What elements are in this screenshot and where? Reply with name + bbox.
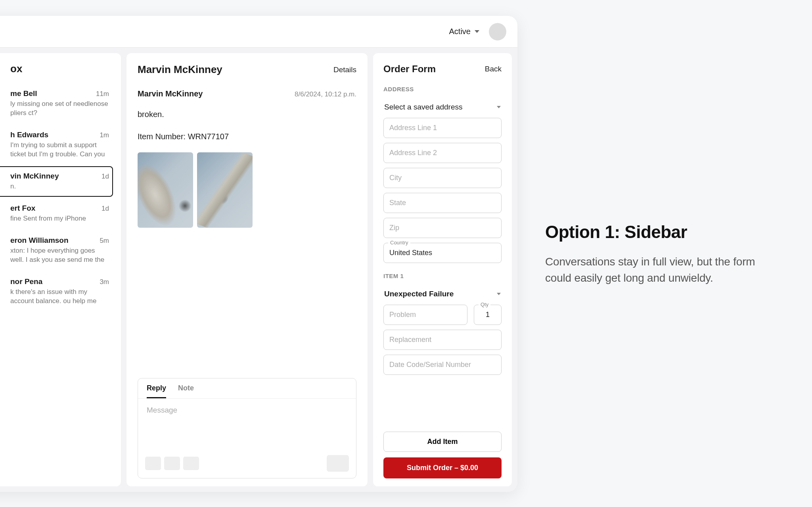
composer-tool-icon[interactable]: [164, 457, 180, 470]
details-link[interactable]: Details: [333, 65, 356, 74]
send-button[interactable]: [327, 455, 349, 472]
inbox-item-time: 1d: [102, 205, 109, 213]
inbox-item-name: ert Fox: [10, 204, 35, 213]
qty-input[interactable]: [474, 305, 502, 325]
order-form-title: Order Form: [383, 63, 436, 75]
inbox-item[interactable]: nor Pena3mk there's an issue with my acc…: [0, 272, 113, 311]
inbox-item-name: me Bell: [10, 89, 37, 98]
composer-tool-icon[interactable]: [183, 457, 199, 470]
annotation-title: Option 1: Sidebar: [545, 222, 767, 242]
conversation-title: Marvin McKinney: [138, 63, 222, 76]
inbox-item-time: 11m: [96, 90, 109, 98]
inbox-item-preview: n.: [10, 182, 109, 191]
caret-down-icon: [497, 106, 501, 108]
avatar[interactable]: [489, 23, 506, 40]
message-body: broken. Item Number: WRN77107: [138, 108, 356, 228]
status-dropdown[interactable]: Active: [449, 27, 479, 36]
inbox-item[interactable]: h Edwards1mI'm trying to submit a suppor…: [0, 125, 113, 165]
datecode-input[interactable]: [383, 355, 502, 375]
inbox-item-name: vin McKinney: [10, 172, 59, 181]
saved-address-select[interactable]: Select a saved address: [383, 99, 502, 118]
tab-note[interactable]: Note: [178, 384, 194, 398]
item-section-label: ITEM 1: [383, 273, 502, 279]
inbox-item-preview: I'm trying to submit a support ticket bu…: [10, 141, 109, 159]
attachment-thumbnail[interactable]: [197, 152, 253, 228]
zip-input[interactable]: [383, 218, 502, 238]
failure-type-label: Unexpected Failure: [384, 290, 454, 298]
replacement-input[interactable]: [383, 330, 502, 350]
state-input[interactable]: [383, 193, 502, 213]
message-input[interactable]: [147, 406, 347, 446]
conversation-panel: Marvin McKinney Details Marvin McKinney …: [126, 53, 368, 486]
app-window: Active ox me Bell11mly missing one set o…: [0, 16, 517, 492]
caret-down-icon: [497, 293, 501, 295]
composer-tool-icon[interactable]: [145, 457, 161, 470]
inbox-item-preview: xton: I hope everything goes well. I ask…: [10, 246, 109, 265]
inbox-item-preview: k there's an issue with my account balan…: [10, 288, 109, 306]
address-line-1-input[interactable]: [383, 118, 502, 138]
city-input[interactable]: [383, 168, 502, 188]
inbox-item-time: 1d: [102, 173, 109, 181]
status-dropdown-label: Active: [449, 27, 471, 36]
inbox-item-time: 3m: [100, 278, 109, 286]
composer: Reply Note: [138, 378, 356, 478]
inbox-item-time: 1m: [100, 131, 109, 139]
inbox-item-time: 5m: [100, 237, 109, 245]
inbox-panel: ox me Bell11mly missing one set of needl…: [0, 53, 121, 486]
message-line: broken.: [138, 108, 356, 121]
add-item-button[interactable]: Add Item: [383, 432, 502, 452]
inbox-item-name: eron Williamson: [10, 236, 69, 245]
attachment-thumbnail[interactable]: [138, 152, 193, 228]
caret-down-icon: [475, 30, 479, 33]
inbox-item-preview: fine Sent from my iPhone: [10, 214, 109, 223]
inbox-item[interactable]: me Bell11mly missing one set of needleno…: [0, 84, 113, 123]
inbox-title: ox: [0, 63, 113, 75]
inbox-item-name: h Edwards: [10, 131, 48, 139]
inbox-item[interactable]: vin McKinney1dn.: [0, 166, 113, 197]
country-label: Country: [388, 240, 410, 246]
problem-input[interactable]: [383, 305, 467, 325]
submit-order-button[interactable]: Submit Order – $0.00: [383, 457, 502, 478]
saved-address-label: Select a saved address: [384, 103, 463, 111]
app-header: Active: [0, 16, 517, 48]
inbox-item-preview: ly missing one set of needlenose pliers …: [10, 100, 109, 118]
message-line: Item Number: WRN77107: [138, 130, 356, 143]
message-timestamp: 8/6/2024, 10:12 p.m.: [295, 90, 356, 98]
address-line-2-input[interactable]: [383, 143, 502, 163]
message-author: Marvin McKinney: [138, 89, 203, 98]
inbox-item[interactable]: eron Williamson5mxton: I hope everything…: [0, 230, 113, 270]
country-input[interactable]: [383, 243, 502, 263]
annotation-body: Conversations stay in full view, but the…: [545, 254, 767, 286]
order-form-panel: Order Form Back ADDRESS Select a saved a…: [373, 53, 512, 486]
tab-reply[interactable]: Reply: [147, 384, 166, 398]
address-section-label: ADDRESS: [383, 86, 502, 92]
back-link[interactable]: Back: [485, 65, 502, 73]
inbox-item-name: nor Pena: [10, 277, 42, 286]
inbox-item[interactable]: ert Fox1dfine Sent from my iPhone: [0, 198, 113, 229]
qty-label: Qty: [479, 302, 490, 307]
